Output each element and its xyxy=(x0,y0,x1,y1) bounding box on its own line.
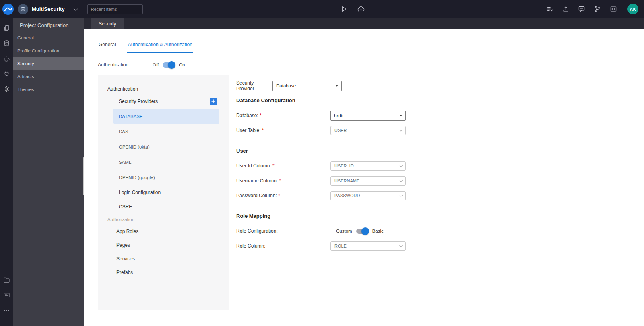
chevron-down-icon xyxy=(399,128,402,131)
project-configuration-sidebar: Project Configuration GeneralProfile Con… xyxy=(13,18,84,326)
form-row-role-column: Role Column:ROLE xyxy=(236,241,616,251)
more-icon[interactable] xyxy=(0,303,13,318)
nav-section-authentication: Authentication xyxy=(98,84,229,94)
java-icon[interactable] xyxy=(0,51,13,66)
nav-item-database[interactable]: DATABASE xyxy=(113,109,219,124)
subtab-general[interactable]: General xyxy=(98,42,117,53)
security-provider-row: Security Provider Database xyxy=(236,80,616,91)
tab-security[interactable]: Security xyxy=(91,18,124,29)
nav-section-authorization: Authorization xyxy=(98,214,229,225)
role-configuration-toggle[interactable] xyxy=(356,229,368,234)
user-id-column-select[interactable]: USER_ID xyxy=(330,161,406,171)
project-avatar xyxy=(18,4,28,14)
sidebar-item-general[interactable]: General xyxy=(13,31,84,44)
nav-item-login-configuration[interactable]: Login Configuration xyxy=(98,185,229,200)
field-label: Database: * xyxy=(236,113,330,118)
database-icon[interactable] xyxy=(0,35,13,51)
chevron-down-icon xyxy=(73,6,78,10)
nav-item-label: Pages xyxy=(116,242,130,248)
top-bar: MultiSecurity xyxy=(0,0,644,18)
project-switcher[interactable]: MultiSecurity xyxy=(18,4,77,14)
topbar-right-actions: AK xyxy=(547,4,638,14)
nav-item-csrf[interactable]: CSRF xyxy=(98,200,229,214)
form-row-database: Database: *hrdb xyxy=(236,111,616,120)
chevron-down-icon xyxy=(399,193,402,196)
section-divider xyxy=(236,141,616,141)
nav-item-openid-okta[interactable]: OPENID (okta) xyxy=(113,139,219,154)
project-name: MultiSecurity xyxy=(32,6,65,12)
nav-item-label: Security Providers xyxy=(119,99,158,104)
password-column-select[interactable]: PASSWORD xyxy=(330,191,406,200)
provider-form: Security Provider Database Database Conf… xyxy=(236,75,616,310)
database-select[interactable]: hrdb xyxy=(330,111,406,121)
form-row-user-table: User Table: *USER xyxy=(236,126,616,135)
nav-item-label: OPENID (google) xyxy=(119,175,155,180)
folder-icon[interactable] xyxy=(0,272,13,287)
field-label: Role Column: xyxy=(236,243,330,249)
select-value: USERNAME xyxy=(334,178,359,183)
markup-icon[interactable] xyxy=(610,6,617,12)
console-icon[interactable] xyxy=(0,287,13,303)
toggle-option-off: Off xyxy=(153,62,159,67)
toggle-option-basic: Basic xyxy=(372,229,384,233)
settings-icon[interactable] xyxy=(0,81,13,97)
deploy-icon[interactable] xyxy=(357,6,365,13)
nav-item-saml[interactable]: SAML xyxy=(113,155,219,169)
nav-item-app-roles[interactable]: App Roles xyxy=(98,225,229,238)
sidebar-item-themes[interactable]: Themes xyxy=(13,83,84,95)
add-security-provider-button[interactable] xyxy=(210,98,217,105)
security-provider-select[interactable]: Database xyxy=(272,81,342,91)
nav-item-pages[interactable]: Pages xyxy=(98,238,229,252)
nav-item-security-providers[interactable]: Security Providers xyxy=(98,94,229,109)
nav-item-label: Services xyxy=(116,256,135,262)
apis-icon[interactable] xyxy=(0,66,13,81)
nav-item-services[interactable]: Services xyxy=(98,252,229,266)
topbar-center-actions xyxy=(324,6,365,13)
nav-item-label: App Roles xyxy=(116,229,138,234)
checklist-icon[interactable] xyxy=(547,6,553,12)
sidebar-scrollbar[interactable] xyxy=(83,157,84,195)
wavemaker-logo-icon[interactable] xyxy=(2,3,14,15)
nav-item-prefabs[interactable]: Prefabs xyxy=(98,266,229,279)
sidebar-item-profile-configuration[interactable]: Profile Configuration xyxy=(13,44,84,57)
version-control-icon[interactable] xyxy=(594,6,601,12)
translate-icon[interactable] xyxy=(578,6,585,12)
nav-item-cas[interactable]: CAS xyxy=(113,124,219,139)
field-label: User Table: * xyxy=(236,128,330,133)
chevron-down-icon xyxy=(399,178,402,182)
nav-item-openid-google[interactable]: OPENID (google) xyxy=(113,170,219,185)
section-divider xyxy=(236,206,616,206)
files-icon[interactable] xyxy=(0,20,13,35)
field-label: Username Column: * xyxy=(236,178,330,184)
security-provider-label: Security Provider xyxy=(236,80,272,91)
auth-body: AuthenticationSecurity ProvidersDATABASE… xyxy=(98,75,644,310)
app-window: MultiSecurity xyxy=(0,0,644,326)
role-column-select[interactable]: ROLE xyxy=(330,241,406,251)
required-asterisk: * xyxy=(278,178,281,184)
sidebar-menu: GeneralProfile ConfigurationSecurityArti… xyxy=(13,31,84,95)
username-column-select[interactable]: USERNAME xyxy=(330,176,406,186)
authentication-toggle[interactable] xyxy=(163,62,175,68)
nav-item-label: SAML xyxy=(119,160,131,165)
user-avatar[interactable]: AK xyxy=(627,4,638,14)
select-value: ROLE xyxy=(334,243,347,248)
nav-item-label: Login Configuration xyxy=(119,190,161,195)
required-asterisk: * xyxy=(260,128,264,133)
run-icon[interactable] xyxy=(341,6,347,12)
field-label: User Id Column: * xyxy=(236,163,330,169)
sidebar-item-security[interactable]: Security xyxy=(13,57,84,70)
recent-items-input[interactable] xyxy=(87,4,143,14)
select-value: Database xyxy=(276,83,296,88)
section-title-role-mapping: Role Mapping xyxy=(236,213,616,221)
form-row-username-column: Username Column: *USERNAME xyxy=(236,176,616,186)
workspace-tabstrip: Security xyxy=(84,18,644,29)
chevron-down-icon xyxy=(399,163,402,167)
form-sections: Database ConfigurationDatabase: *hrdbUse… xyxy=(236,97,616,251)
user-table-select[interactable]: USER xyxy=(330,126,406,135)
sidebar-item-artifacts[interactable]: Artifacts xyxy=(13,70,84,83)
subtab-authentication-authorization[interactable]: Authentication & Authorization xyxy=(127,42,193,53)
nav-item-label: Authentication xyxy=(107,86,138,92)
chevron-down-icon xyxy=(399,243,402,247)
required-asterisk: * xyxy=(277,193,280,198)
export-icon[interactable] xyxy=(562,6,569,12)
